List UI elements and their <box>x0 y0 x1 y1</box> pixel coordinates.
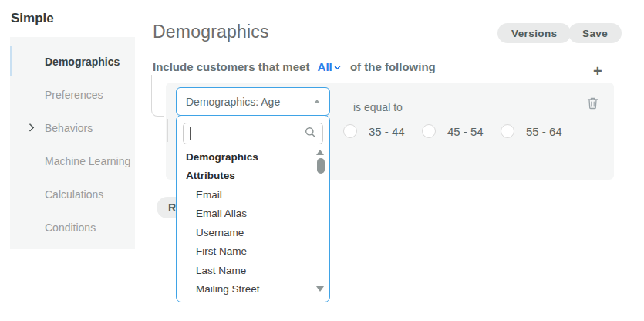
operator-text: is equal to <box>353 101 403 113</box>
page-title: Demographics <box>153 22 269 42</box>
versions-button[interactable]: Versions <box>497 23 571 43</box>
attribute-search-input[interactable] <box>192 128 305 140</box>
attribute-search-box <box>183 123 323 144</box>
list-item-first-name[interactable]: First Name <box>177 242 312 262</box>
sidebar-item-preferences[interactable]: Preferences <box>10 78 135 111</box>
window-title: Simple <box>11 11 54 26</box>
sidebar: Demographics Preferences Behaviors Machi… <box>10 37 135 249</box>
scrollbar-thumb[interactable] <box>317 158 325 174</box>
sidebar-item-label: Behaviors <box>45 122 93 134</box>
list-group-attributes[interactable]: Attributes <box>177 167 312 186</box>
trash-icon <box>587 100 598 112</box>
attribute-list: Demographics Attributes Email Email Alia… <box>177 147 312 299</box>
sidebar-item-behaviors[interactable]: Behaviors <box>10 111 135 144</box>
list-group-demographics[interactable]: Demographics <box>177 147 312 167</box>
scrollbar-up-arrow-icon[interactable] <box>316 150 324 155</box>
radio-option-45-54[interactable]: 45 - 54 <box>422 124 501 138</box>
add-condition-button[interactable]: + <box>593 63 602 79</box>
sidebar-item-label: Calculations <box>45 188 103 201</box>
radio-icon <box>343 124 357 138</box>
match-type-value: All <box>318 60 332 73</box>
sidebar-item-machine-learning[interactable]: Machine Learning <box>10 144 135 177</box>
chevron-down-icon <box>333 63 341 70</box>
radio-option-row: 35 - 44 45 - 54 55 - 64 <box>343 124 579 138</box>
caret-up-icon <box>314 100 320 103</box>
chevron-right-icon <box>25 123 34 131</box>
list-item-username[interactable]: Username <box>177 223 312 242</box>
radio-option-55-64[interactable]: 55 - 64 <box>501 124 579 138</box>
app-window: Simple Demographics Preferences Behavior… <box>0 0 644 321</box>
sidebar-item-label: Preferences <box>45 89 103 101</box>
radio-label: 55 - 64 <box>526 125 562 138</box>
search-icon <box>305 127 316 141</box>
radio-icon <box>422 124 436 138</box>
list-item-email[interactable]: Email <box>177 185 312 204</box>
radio-option-35-44[interactable]: 35 - 44 <box>343 124 422 138</box>
save-button[interactable]: Save <box>568 23 622 43</box>
sidebar-item-calculations[interactable]: Calculations <box>10 177 135 211</box>
list-item-mailing-street[interactable]: Mailing Street <box>177 280 312 299</box>
rule-connector-line <box>167 119 168 142</box>
match-prefix-text: Include customers that meet <box>153 60 309 73</box>
list-item-last-name[interactable]: Last Name <box>177 261 312 280</box>
sidebar-item-conditions[interactable]: Conditions <box>10 211 135 244</box>
sidebar-item-label: Machine Learning <box>45 155 130 167</box>
match-condition-bar: Include customers that meet All of the f… <box>153 60 436 73</box>
list-item-email-alias[interactable]: Email Alias <box>177 204 312 224</box>
radio-label: 35 - 44 <box>369 125 405 138</box>
sidebar-item-label: Conditions <box>45 221 96 234</box>
rule-connector-line <box>151 75 164 117</box>
match-type-dropdown[interactable]: All <box>318 60 344 73</box>
radio-icon <box>501 124 514 138</box>
sidebar-item-demographics[interactable]: Demographics <box>10 45 135 78</box>
attribute-select-value: Demographics: Age <box>186 96 314 108</box>
text-cursor <box>190 127 191 140</box>
sidebar-item-label: Demographics <box>45 56 120 68</box>
scrollbar-down-arrow-icon[interactable] <box>316 286 324 292</box>
attribute-dropdown-panel: Demographics Attributes Email Email Alia… <box>176 115 330 302</box>
match-suffix-text: of the following <box>350 60 436 73</box>
attribute-select[interactable]: Demographics: Age <box>176 87 330 116</box>
radio-label: 45 - 54 <box>447 125 484 138</box>
delete-rule-button[interactable] <box>587 96 598 112</box>
